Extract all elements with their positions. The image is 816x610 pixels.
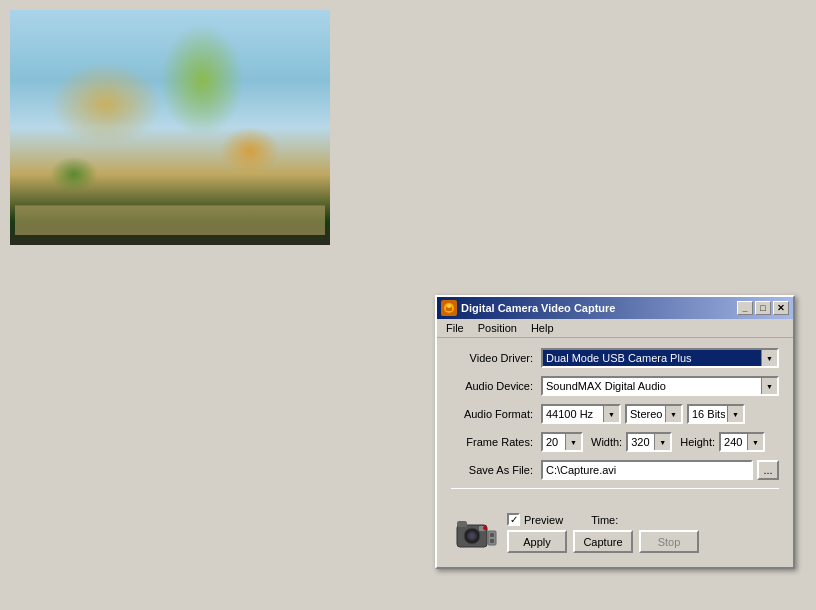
menu-bar: File Position Help xyxy=(437,319,793,338)
save-as-file-control: ... xyxy=(541,460,779,480)
app-icon xyxy=(441,300,457,316)
browse-button[interactable]: ... xyxy=(757,460,779,480)
svg-point-2 xyxy=(447,304,451,308)
fps-arrow[interactable]: ▼ xyxy=(565,434,581,450)
audio-freq-arrow[interactable]: ▼ xyxy=(603,406,619,422)
preview-row: ✓ Preview Time: xyxy=(507,513,779,526)
svg-rect-11 xyxy=(490,533,494,537)
width-label: Width: xyxy=(591,436,622,448)
apply-button[interactable]: Apply xyxy=(507,530,567,553)
audio-device-row: Audio Device: SoundMAX Digital Audio ▼ xyxy=(451,376,779,396)
capture-button[interactable]: Capture xyxy=(573,530,633,553)
frame-rates-control: 20 ▼ Width: 320 ▼ Height: 240 ▼ xyxy=(541,432,779,452)
camera-preview xyxy=(10,10,330,245)
camera-icon-area xyxy=(451,509,499,557)
video-driver-arrow[interactable]: ▼ xyxy=(761,350,777,366)
dialog-window: Digital Camera Video Capture _ □ ✕ File … xyxy=(435,295,795,569)
audio-format-row: Audio Format: 44100 Hz ▼ Stereo ▼ 16 xyxy=(451,404,779,424)
video-driver-control: Dual Mode USB Camera Plus ▼ xyxy=(541,348,779,368)
video-driver-label: Video Driver: xyxy=(451,352,541,364)
dialog-content: Video Driver: Dual Mode USB Camera Plus … xyxy=(437,338,793,505)
menu-file[interactable]: File xyxy=(443,321,467,335)
maximize-button[interactable]: □ xyxy=(755,301,771,315)
preview-time-area: ✓ Preview Time: Apply Capture Stop xyxy=(507,513,779,553)
time-label: Time: xyxy=(591,514,618,526)
fps-dropdown[interactable]: 20 ▼ xyxy=(541,432,583,452)
menu-help[interactable]: Help xyxy=(528,321,557,335)
audio-freq-dropdown[interactable]: 44100 Hz ▼ xyxy=(541,404,621,424)
frame-rates-row: Frame Rates: 20 ▼ Width: 320 ▼ Height: xyxy=(451,432,779,452)
save-as-file-row: Save As File: ... xyxy=(451,460,779,480)
audio-channel-dropdown[interactable]: Stereo ▼ xyxy=(625,404,683,424)
separator xyxy=(451,488,779,489)
svg-point-6 xyxy=(469,533,475,539)
audio-device-arrow[interactable]: ▼ xyxy=(761,378,777,394)
height-label: Height: xyxy=(680,436,715,448)
buttons-row: Apply Capture Stop xyxy=(507,530,779,553)
minimize-button[interactable]: _ xyxy=(737,301,753,315)
svg-point-9 xyxy=(483,526,487,530)
width-dropdown[interactable]: 320 ▼ xyxy=(626,432,672,452)
audio-format-control: 44100 Hz ▼ Stereo ▼ 16 Bits ▼ xyxy=(541,404,779,424)
audio-device-label: Audio Device: xyxy=(451,380,541,392)
dialog-titlebar: Digital Camera Video Capture _ □ ✕ xyxy=(437,297,793,319)
audio-device-select[interactable]: SoundMAX Digital Audio xyxy=(543,380,777,392)
video-driver-dropdown[interactable]: Dual Mode USB Camera Plus ▼ xyxy=(541,348,779,368)
save-as-file-label: Save As File: xyxy=(451,464,541,476)
titlebar-left: Digital Camera Video Capture xyxy=(441,300,615,316)
audio-channel-arrow[interactable]: ▼ xyxy=(665,406,681,422)
preview-label: Preview xyxy=(524,514,563,526)
height-dropdown[interactable]: 240 ▼ xyxy=(719,432,765,452)
svg-rect-12 xyxy=(490,539,494,543)
bottom-row: ✓ Preview Time: Apply Capture Stop xyxy=(437,505,793,567)
audio-bits-dropdown[interactable]: 16 Bits ▼ xyxy=(687,404,745,424)
audio-format-label: Audio Format: xyxy=(451,408,541,420)
audio-device-control: SoundMAX Digital Audio ▼ xyxy=(541,376,779,396)
svg-rect-7 xyxy=(457,521,467,527)
width-arrow[interactable]: ▼ xyxy=(654,434,670,450)
height-arrow[interactable]: ▼ xyxy=(747,434,763,450)
close-button[interactable]: ✕ xyxy=(773,301,789,315)
dialog-title: Digital Camera Video Capture xyxy=(461,302,615,314)
preview-checkbox[interactable]: ✓ xyxy=(507,513,520,526)
video-driver-select[interactable]: Dual Mode USB Camera Plus xyxy=(543,352,777,364)
camera-icon xyxy=(453,511,497,555)
audio-bits-arrow[interactable]: ▼ xyxy=(727,406,743,422)
save-as-file-input[interactable] xyxy=(541,460,753,480)
audio-device-dropdown[interactable]: SoundMAX Digital Audio ▼ xyxy=(541,376,779,396)
titlebar-buttons: _ □ ✕ xyxy=(737,301,789,315)
video-driver-row: Video Driver: Dual Mode USB Camera Plus … xyxy=(451,348,779,368)
menu-position[interactable]: Position xyxy=(475,321,520,335)
preview-checkbox-area: ✓ Preview xyxy=(507,513,563,526)
frame-rates-label: Frame Rates: xyxy=(451,436,541,448)
stop-button[interactable]: Stop xyxy=(639,530,699,553)
